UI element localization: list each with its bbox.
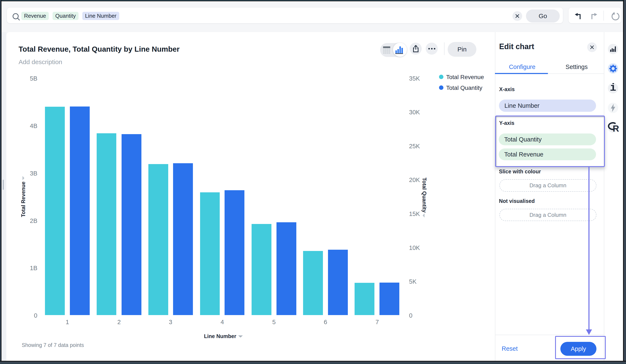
svg-text:R: R xyxy=(613,124,619,134)
